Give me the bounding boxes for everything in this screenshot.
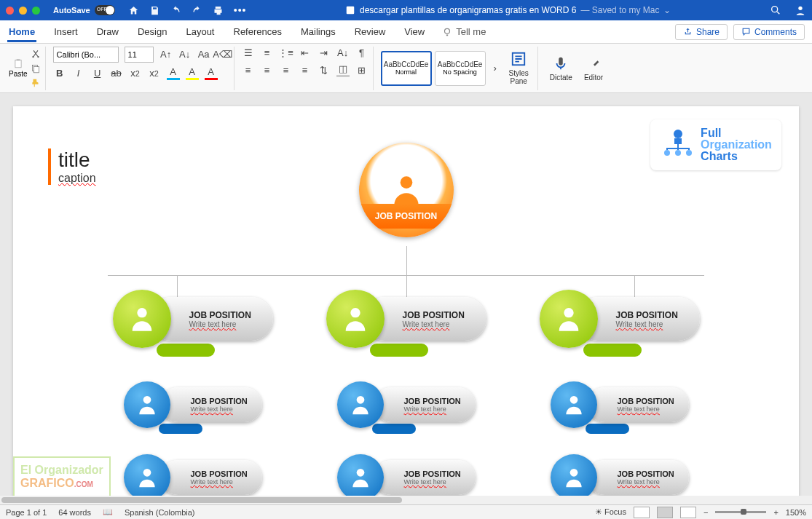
bold-button[interactable]: B (53, 67, 66, 80)
more-icon[interactable]: ••• (234, 4, 247, 16)
autosave-switch[interactable]: OFF (95, 5, 115, 15)
redo-icon[interactable] (192, 5, 202, 16)
chevron-down-icon[interactable]: ⌄ (663, 5, 671, 15)
cut-icon[interactable] (31, 49, 41, 59)
borders-icon[interactable]: ⊞ (355, 64, 368, 77)
spellcheck-icon[interactable]: 📖 (103, 507, 113, 517)
underline-button[interactable]: U (91, 67, 104, 80)
styles-more-icon[interactable]: › (489, 62, 502, 75)
font-size-select[interactable] (125, 47, 154, 63)
print-icon[interactable] (213, 5, 224, 16)
org-top-node[interactable]: JOB POSITION (359, 143, 454, 237)
web-layout-icon[interactable] (680, 507, 696, 518)
text-color-button[interactable]: A (186, 67, 199, 80)
org-node[interactable]: JOB POSITION Write text here (326, 293, 486, 346)
tell-me-search[interactable]: Tell me (442, 26, 486, 37)
autosave-toggle[interactable]: AutoSave OFF (53, 5, 115, 15)
org-node[interactable]: JOB POSITION Write text here (113, 293, 273, 346)
horizontal-scrollbar[interactable] (0, 496, 812, 504)
align-center-icon[interactable]: ≡ (261, 64, 274, 77)
grow-font-icon[interactable]: A↑ (159, 48, 173, 61)
zoom-in-button[interactable]: + (773, 508, 778, 517)
copy-icon[interactable] (31, 63, 41, 74)
tab-draw[interactable]: Draw (95, 22, 120, 41)
clipboard-group: Paste (4, 47, 46, 90)
clear-format-icon[interactable]: A⌫ (216, 48, 229, 61)
maximize-window[interactable] (32, 7, 40, 15)
increase-indent-icon[interactable]: ⇥ (318, 47, 331, 60)
zoom-out-button[interactable]: − (703, 508, 708, 517)
style-no-spacing[interactable]: AaBbCcDdEe No Spacing (435, 51, 486, 86)
node-avatar (551, 454, 597, 501)
align-right-icon[interactable]: ≡ (280, 64, 293, 77)
scrollbar-thumb[interactable] (1, 497, 402, 503)
org-node[interactable]: JOB POSITION Write text here (124, 380, 262, 427)
shrink-font-icon[interactable]: A↓ (178, 48, 192, 61)
org-node[interactable]: JOB POSITION Write text here (551, 453, 689, 499)
svg-rect-0 (347, 7, 355, 15)
show-marks-icon[interactable]: ¶ (355, 47, 368, 60)
dictate-button[interactable]: Dictate (545, 55, 577, 82)
line-spacing-icon[interactable]: ⇅ (318, 64, 331, 77)
ribbon-tabs: Home Insert Draw Design Layout Reference… (0, 20, 812, 44)
strike-button[interactable]: ab (110, 67, 123, 80)
focus-mode[interactable]: ☀ Focus (595, 507, 626, 517)
svg-point-25 (356, 469, 364, 477)
shading-icon[interactable]: ◫ (336, 64, 350, 77)
bullets-icon[interactable]: ☰ (242, 47, 255, 60)
multilevel-icon[interactable]: ⋮≡ (280, 47, 293, 60)
language-indicator[interactable]: Spanish (Colombia) (125, 508, 195, 517)
format-painter-icon[interactable] (31, 78, 41, 88)
org-node[interactable]: JOB POSITION Write text here (540, 293, 700, 346)
tab-layout[interactable]: Layout (184, 22, 216, 41)
numbering-icon[interactable]: ≡ (261, 47, 274, 60)
highlight-button[interactable]: A (167, 67, 180, 80)
zoom-slider[interactable] (715, 511, 766, 513)
share-button[interactable]: Share (675, 24, 728, 40)
tab-home[interactable]: Home (7, 22, 36, 42)
tab-view[interactable]: View (403, 22, 426, 41)
font-name-select[interactable] (53, 47, 119, 63)
paste-button[interactable]: Paste (9, 58, 28, 78)
print-layout-icon[interactable] (657, 507, 673, 518)
editor-button[interactable]: Editor (580, 55, 607, 82)
page-indicator[interactable]: Page 1 of 1 (6, 508, 47, 517)
org-node[interactable]: JOB POSITION Write text here (337, 453, 476, 499)
decrease-indent-icon[interactable]: ⇤ (299, 47, 312, 60)
italic-button[interactable]: I (72, 67, 85, 80)
org-node[interactable]: JOB POSITION Write text here (337, 380, 476, 427)
styles-pane-button[interactable]: Styles Pane (505, 51, 533, 85)
read-mode-icon[interactable] (634, 507, 650, 518)
org-node[interactable]: JOB POSITION Write text here (124, 453, 262, 499)
titlebar-right (770, 4, 806, 16)
zoom-level[interactable]: 150% (786, 508, 806, 517)
font-color-button[interactable]: A (205, 67, 218, 80)
tab-insert[interactable]: Insert (52, 22, 79, 41)
font-group: A↑ A↓ Aa A⌫ B I U ab x2 x2 A A A (49, 47, 234, 90)
clipboard-icon (13, 58, 23, 68)
org-node[interactable]: JOB POSITION Write text here (551, 380, 689, 427)
search-icon[interactable] (770, 4, 781, 16)
account-icon[interactable] (795, 4, 806, 16)
align-left-icon[interactable]: ≡ (242, 64, 255, 77)
tab-review[interactable]: Review (353, 22, 387, 41)
tab-references[interactable]: References (232, 22, 283, 41)
tab-design[interactable]: Design (136, 22, 168, 41)
word-count[interactable]: 64 words (58, 508, 91, 517)
justify-icon[interactable]: ≡ (299, 64, 312, 77)
close-window[interactable] (6, 7, 14, 15)
change-case-icon[interactable]: Aa (197, 48, 210, 61)
style-normal[interactable]: AaBbCcDdEe Normal (381, 51, 432, 86)
minimize-window[interactable] (19, 7, 27, 15)
svg-point-26 (569, 469, 578, 477)
save-icon[interactable] (149, 5, 160, 16)
superscript-button[interactable]: x2 (148, 67, 161, 80)
comments-button[interactable]: Comments (733, 24, 805, 40)
person-icon (349, 393, 372, 416)
tab-mailings[interactable]: Mailings (299, 22, 337, 41)
undo-icon[interactable] (170, 5, 181, 16)
subscript-button[interactable]: x2 (129, 67, 142, 80)
sort-icon[interactable]: A↓ (336, 47, 350, 60)
page[interactable]: title caption Full Organization Charts J… (13, 106, 799, 504)
home-icon[interactable] (128, 5, 139, 16)
